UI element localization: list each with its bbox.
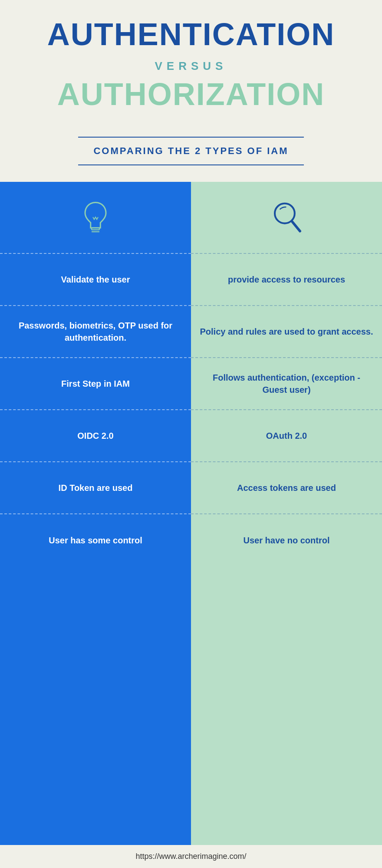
top-divider [78, 137, 304, 138]
authz-row-6-text: User have no control [244, 534, 330, 546]
authz-row-4: OAuth 2.0 [191, 410, 382, 462]
authz-row-1: provide access to resources [191, 254, 382, 306]
auth-row-5-text: ID Token are used [59, 482, 133, 494]
comparing-title: COMPARING THE 2 TYPES OF IAM [93, 141, 288, 161]
auth-row-1-text: Validate the user [61, 273, 130, 286]
authz-row-2-text: Policy and rules are used to grant acces… [200, 326, 373, 338]
authz-row-4-text: OAuth 2.0 [266, 430, 307, 442]
auth-row-5: ID Token are used [0, 462, 191, 514]
authz-row-3-text: Follows authentication, (exception - Gue… [200, 372, 373, 396]
authz-row-2: Policy and rules are used to grant acces… [191, 306, 382, 358]
auth-row-6: User has some control [0, 514, 191, 566]
footer-url-text: https://www.archerimagine.com/ [135, 852, 246, 861]
auth-row-4-text: OIDC 2.0 [77, 430, 113, 442]
lightbulb-icon [76, 199, 115, 240]
svg-line-5 [292, 221, 300, 231]
footer: https://www.archerimagine.com/ [0, 845, 382, 868]
auth-title: AUTHENTICATION [47, 17, 335, 52]
comparison-table: Validate the user Passwords, biometrics,… [0, 182, 382, 845]
magnifier-icon [267, 199, 306, 240]
auth-row-1: Validate the user [0, 254, 191, 306]
authz-column: provide access to resources Policy and r… [191, 182, 382, 845]
auth-row-3-text: First Step in IAM [61, 378, 130, 390]
authz-row-5: Access tokens are used [191, 462, 382, 514]
authz-title: AUTHORIZATION [57, 77, 325, 112]
bottom-divider [78, 164, 304, 165]
comparing-section: COMPARING THE 2 TYPES OF IAM [0, 120, 382, 178]
auth-icon-cell [0, 182, 191, 254]
auth-row-2: Passwords, biometrics, OTP used for auth… [0, 306, 191, 358]
authz-row-3: Follows authentication, (exception - Gue… [191, 358, 382, 410]
auth-row-2-text: Passwords, biometrics, OTP used for auth… [9, 319, 182, 344]
authz-icon-cell [191, 182, 382, 254]
auth-row-6-text: User has some control [49, 534, 142, 546]
versus-label: VERSUS [155, 59, 227, 73]
auth-row-3: First Step in IAM [0, 358, 191, 410]
authz-row-6: User have no control [191, 514, 382, 566]
authz-row-5-text: Access tokens are used [237, 482, 336, 494]
header-section: AUTHENTICATION VERSUS AUTHORIZATION [0, 0, 382, 120]
authz-row-1-text: provide access to resources [228, 273, 345, 286]
auth-column: Validate the user Passwords, biometrics,… [0, 182, 191, 845]
auth-row-4: OIDC 2.0 [0, 410, 191, 462]
